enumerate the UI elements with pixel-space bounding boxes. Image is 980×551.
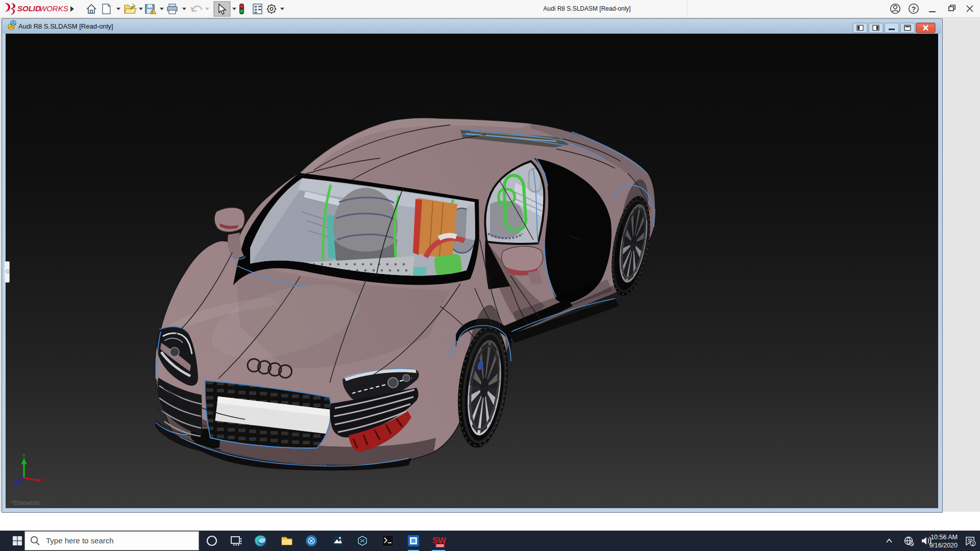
svg-text:2020: 2020: [436, 544, 444, 547]
svg-text:WORKS: WORKS: [39, 4, 68, 13]
svg-text:10:56 AM: 10:56 AM: [930, 534, 958, 541]
svg-text:SOLID: SOLID: [17, 4, 41, 13]
svg-text:!: !: [152, 10, 153, 14]
svg-text:9/16/2020: 9/16/2020: [929, 542, 958, 549]
svg-text:*Dimetric: *Dimetric: [11, 499, 40, 507]
svg-text:2: 2: [971, 541, 974, 546]
svg-text:Y: Y: [22, 453, 26, 458]
svg-text:?: ?: [912, 5, 916, 13]
